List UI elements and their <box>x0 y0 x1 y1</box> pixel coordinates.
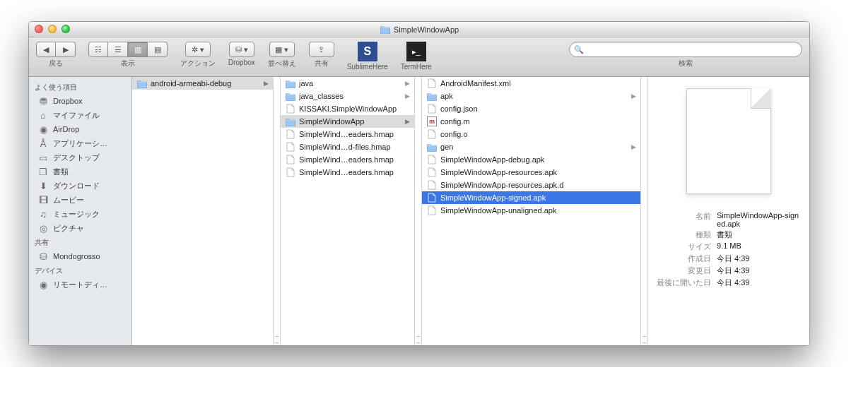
item-label: config.json <box>440 104 636 113</box>
list-item[interactable]: SimpleWindowApp▶ <box>281 115 414 128</box>
list-item[interactable]: SimpleWind…eaders.hmap <box>281 128 414 140</box>
file-icon <box>426 104 438 114</box>
action-button[interactable]: ✲ ▾ <box>185 42 211 57</box>
search-field[interactable]: 🔍 <box>569 42 802 57</box>
list-item[interactable]: SimpleWindowApp-signed.apk <box>422 191 640 204</box>
item-label: android-armeabi-debug <box>151 79 261 88</box>
meta-kind-label: 種類 <box>657 229 711 240</box>
list-item[interactable]: AndroidManifest.xml <box>422 77 640 90</box>
columns-view: android-armeabi-debug▶ java▶java_classes… <box>132 77 809 345</box>
list-item[interactable]: android-armeabi-debug▶ <box>132 77 273 90</box>
column-resize-2[interactable] <box>641 77 648 345</box>
sidebar-item[interactable]: ◎ピクチャ <box>29 221 131 235</box>
search-input[interactable] <box>587 45 797 54</box>
share-label: 共有 <box>315 59 329 68</box>
file-icon <box>285 167 296 177</box>
body: よく使う項目⛃Dropbox⌂マイファイル◉AirDropÅアプリケーシ…▭デス… <box>29 77 809 345</box>
list-item[interactable]: java▶ <box>281 77 414 90</box>
search-icon: 🔍 <box>574 45 584 54</box>
view-columns-button[interactable]: ▥ <box>128 42 148 57</box>
item-label: SimpleWindowApp-signed.apk <box>440 193 636 202</box>
file-icon <box>285 104 296 114</box>
minimize-button[interactable] <box>48 25 57 33</box>
item-label: KISSAKI.SimpleWindowApp <box>299 104 410 113</box>
column-1: java▶java_classes▶KISSAKI.SimpleWindowAp… <box>281 77 415 345</box>
arrange-button[interactable]: ▦ ▾ <box>269 42 295 57</box>
folder-icon <box>136 78 148 88</box>
sidebar-item[interactable]: ❐書類 <box>29 164 131 179</box>
zoom-button[interactable] <box>61 25 70 33</box>
sidebar-item[interactable]: ♫ミュージック <box>29 207 131 221</box>
column-resize-1[interactable] <box>415 77 422 345</box>
list-item[interactable]: SimpleWind…d-files.hmap <box>281 140 414 153</box>
hdd-icon: ⛁ <box>37 251 49 262</box>
sidebar-item[interactable]: 🎞ムービー <box>29 193 131 207</box>
item-label: java <box>299 79 402 88</box>
toolbar: ◀ ▶ 戻る ☷ ☰ ▥ ▤ 表示 ✲ ▾ アクション ⛁ ▾ Dropbox … <box>29 37 809 77</box>
sidebar-item[interactable]: ◉AirDrop <box>29 122 131 136</box>
dropbox-button[interactable]: ⛁ ▾ <box>229 42 254 57</box>
list-item[interactable]: SimpleWind…eaders.hmap <box>281 166 414 179</box>
list-item[interactable]: KISSAKI.SimpleWindowApp <box>281 102 414 115</box>
list-item[interactable]: mconfig.m <box>422 115 640 128</box>
list-item[interactable]: SimpleWindowApp-resources.apk.d <box>422 179 640 191</box>
item-label: SimpleWind…eaders.hmap <box>299 130 410 138</box>
sidebar-item[interactable]: ⛃Dropbox <box>29 94 131 108</box>
view-list-button[interactable]: ☰ <box>108 42 128 57</box>
preview-pane: 名前 SimpleWindowApp-signed.apk 種類 書類 サイズ … <box>648 77 809 345</box>
airdrop-icon: ◉ <box>37 124 49 135</box>
column-resize-0[interactable] <box>274 77 281 345</box>
share-button[interactable]: ⇪ <box>309 42 334 57</box>
chevron-right-icon: ▶ <box>405 92 410 100</box>
sidebar-heading: 共有 <box>29 235 131 249</box>
list-item[interactable]: gen▶ <box>422 140 640 153</box>
sidebar-item[interactable]: ▭デスクトップ <box>29 150 131 164</box>
sidebar-item[interactable]: ◉リモートディ… <box>29 277 131 292</box>
sidebar-item-label: ムービー <box>53 195 84 205</box>
view-cover-button[interactable]: ▤ <box>148 42 168 57</box>
sidebar-item-label: アプリケーシ… <box>53 138 107 149</box>
dropbox-label: Dropbox <box>228 59 255 66</box>
forward-button[interactable]: ▶ <box>56 42 76 57</box>
chevron-right-icon: ▶ <box>631 92 636 100</box>
titlebar: SimpleWindowApp <box>29 22 809 37</box>
arrange-label: 並べ替え <box>268 59 296 68</box>
dropbox-group: ⛁ ▾ Dropbox <box>228 42 255 66</box>
sidebar-item-label: 書類 <box>53 167 69 177</box>
term-button[interactable]: ▸_ <box>406 42 426 61</box>
sidebar-item[interactable]: ⬇ダウンロード <box>29 179 131 193</box>
folder-icon <box>285 116 296 126</box>
sidebar-item-label: マイファイル <box>53 110 100 121</box>
file-icon <box>426 78 438 88</box>
file-icon <box>426 180 438 190</box>
preview-metadata: 名前 SimpleWindowApp-signed.apk 種類 書類 サイズ … <box>657 211 801 288</box>
list-item[interactable]: config.json <box>422 102 640 115</box>
file-icon <box>426 167 438 177</box>
meta-name-label: 名前 <box>657 211 711 228</box>
dropbox-icon: ⛃ <box>37 95 49 107</box>
item-label: SimpleWindowApp <box>299 117 402 126</box>
sidebar-item[interactable]: Åアプリケーシ… <box>29 136 131 150</box>
list-item[interactable]: SimpleWindowApp-debug.apk <box>422 153 640 166</box>
sidebar-item-label: ミュージック <box>53 209 100 220</box>
list-item[interactable]: SimpleWindowApp-unaligned.apk <box>422 204 640 217</box>
close-button[interactable] <box>35 25 43 33</box>
file-icon <box>426 155 438 164</box>
action-label: アクション <box>180 59 216 68</box>
back-button[interactable]: ◀ <box>36 42 56 57</box>
sidebar-item[interactable]: ⌂マイファイル <box>29 108 131 122</box>
sublime-button[interactable]: S <box>358 42 377 61</box>
list-item[interactable]: config.o <box>422 128 640 140</box>
list-item[interactable]: SimpleWind…eaders.hmap <box>281 153 414 166</box>
list-item[interactable]: SimpleWindowApp-resources.apk <box>422 166 640 179</box>
list-item[interactable]: apk▶ <box>422 90 640 102</box>
item-label: SimpleWind…d-files.hmap <box>299 143 410 151</box>
view-icons-button[interactable]: ☷ <box>88 42 108 57</box>
column-2: AndroidManifest.xmlapk▶config.jsonmconfi… <box>422 77 641 345</box>
arrange-group: ▦ ▾ 並べ替え <box>268 42 296 68</box>
sidebar-item-label: リモートディ… <box>53 280 107 290</box>
music-icon: ♫ <box>37 208 49 220</box>
item-label: SimpleWindowApp-resources.apk.d <box>440 181 636 189</box>
list-item[interactable]: java_classes▶ <box>281 90 414 102</box>
sidebar-item[interactable]: ⛁Mondogrosso <box>29 249 131 263</box>
